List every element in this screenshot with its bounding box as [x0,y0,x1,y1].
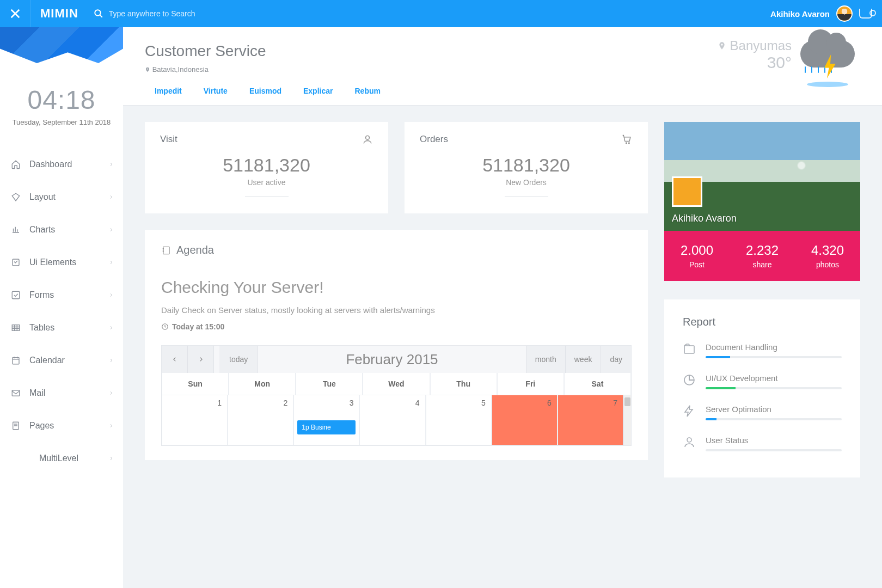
calendar-day-header: Wed [363,373,430,395]
chevron-right-icon [109,161,113,168]
report-title: Report [683,316,842,328]
calendar-cell[interactable]: 2 [228,395,293,445]
chevron-right-icon [109,324,113,331]
sidebar-item-calendar[interactable]: Calendar [0,344,123,377]
chevron-right-icon [109,259,113,266]
report-item: Document Handling [683,342,842,358]
chevron-right-icon [109,455,113,462]
calendar-cell[interactable]: 31p Busine [293,395,359,445]
sidebar-item-label: MultiLevel [39,454,109,463]
sidebar-item-dashboard[interactable]: Dashboard [0,148,123,181]
calendar-cell[interactable]: 5 [426,395,492,445]
report-progress [706,387,842,389]
sidebar: 04:18 Tuesday, September 11th 2018 Dashb… [0,27,123,588]
agenda-desc: Daily Check on Server status, mostly loo… [161,305,632,315]
sidebar-item-label: Layout [29,192,109,202]
coffee-icon[interactable] [859,9,872,19]
visit-card: Visit 51181,320 User active [145,122,388,213]
sidebar-item-forms[interactable]: Forms [0,279,123,311]
sidebar-item-charts[interactable]: Charts [0,213,123,246]
calendar-cell[interactable]: 4 [359,395,425,445]
calendar-event[interactable]: 1p Busine [297,420,356,434]
calendar-view-week[interactable]: week [565,346,601,373]
sidebar-item-mail[interactable]: Mail [0,377,123,409]
sidebar-item-tables[interactable]: Tables [0,311,123,344]
visit-value: 51181,320 [160,155,373,176]
calendar-day-header: Tue [296,373,363,395]
sidebar-decoration [0,27,123,63]
tab-explicar[interactable]: Explicar [303,87,333,95]
sidebar-item-ui-elements[interactable]: Ui Elements [0,246,123,279]
profile-stats: 2.000Post2.232share4.320photos [664,231,860,281]
tab-virtute[interactable]: Virtute [204,87,228,95]
tab-euismod[interactable]: Euismod [249,87,281,95]
sidebar-item-pages[interactable]: Pages [0,409,123,442]
chevron-right-icon [109,422,113,429]
calendar-view-month[interactable]: month [526,346,565,373]
calendar-daynum: 7 [613,399,617,407]
calendar-cell[interactable]: 1 [162,395,228,445]
calendar-scrollbar[interactable] [623,395,631,445]
sidebar-item-label: Calendar [29,356,109,365]
report-icon [683,342,697,356]
report-label: User Status [706,436,842,445]
calendar-daynum: 6 [547,399,552,407]
orders-card: Orders 51181,320 New Orders [405,122,648,213]
sidebar-item-layout[interactable]: Layout [0,181,123,213]
calendar-daynum: 5 [481,399,486,407]
calendar-prev-button[interactable] [162,346,188,373]
ui-icon [10,258,22,267]
sidebar-item-label: Pages [29,421,109,431]
avatar[interactable] [836,5,853,22]
calendar-next-button[interactable] [188,346,214,373]
tab-rebum[interactable]: Rebum [354,87,380,95]
profile-card: Akihiko Avaron 2.000Post2.232share4.320p… [664,122,860,281]
visit-title: Visit [160,134,177,145]
agenda-card: Agenda Checking Your Server! Daily Check… [145,230,648,460]
menu-close-button[interactable] [0,0,30,27]
profile-stat-value: 2.232 [730,243,795,258]
agenda-heading: Checking Your Server! [161,278,632,297]
chevron-left-icon [172,356,177,363]
calendar-cell[interactable]: 6 [492,395,558,445]
calendar-view-day[interactable]: day [601,346,631,373]
table-icon [10,323,22,333]
chart-icon [10,225,22,235]
lightning-icon [822,54,838,78]
calendar-day-header: Thu [430,373,497,395]
calendar-today-button[interactable]: today [219,346,258,373]
agenda-icon [161,245,171,256]
pin-icon [718,40,726,51]
calendar-cell[interactable]: 7 [558,395,623,445]
profile-stat-label: photos [795,260,860,269]
profile-avatar[interactable] [672,176,702,207]
sidebar-item-label: Tables [29,323,109,333]
report-label: UI/UX Development [706,373,842,383]
calendar-icon [10,356,22,365]
home-icon [10,160,22,169]
topbar-username[interactable]: Akihiko Avaron [770,9,830,19]
profile-stat: 2.232share [730,243,795,269]
sidebar-item-multilevel[interactable]: MultiLevel [0,442,123,475]
calendar-day-header: Fri [497,373,564,395]
svg-point-12 [687,438,691,442]
svg-point-0 [95,10,101,16]
close-icon [9,8,21,20]
calendar-daynum: 1 [217,399,222,407]
orders-value: 51181,320 [420,155,633,176]
agenda-label: Agenda [176,244,214,256]
clock-icon [161,323,169,330]
sidebar-item-label: Forms [29,290,109,300]
report-label: Document Handling [706,342,842,352]
agenda-when: Today at 15:00 [161,322,632,331]
search-input[interactable] [109,9,327,18]
calendar-daynum: 3 [350,399,354,407]
report-item: UI/UX Development [683,373,842,389]
puddle-icon [807,82,848,87]
svg-rect-4 [13,358,19,364]
chevron-right-icon [109,194,113,200]
global-search[interactable] [94,9,770,19]
tab-impedit[interactable]: Impedit [155,87,182,95]
svg-rect-8 [163,247,169,254]
report-progress [706,356,842,358]
